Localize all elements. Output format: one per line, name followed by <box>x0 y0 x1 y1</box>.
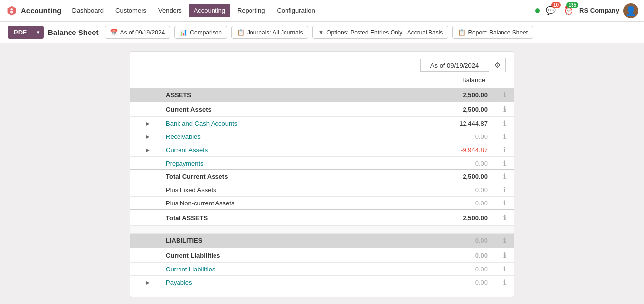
current-assets-group-header: Current Assets 2,500.00 ℹ <box>130 102 514 117</box>
total-current-assets-label: Total Current Assets <box>158 170 374 183</box>
total-assets-row: Total ASSETS 2,500.00 ℹ <box>130 210 514 226</box>
plus-fixed-assets-label: Plus Fixed Assets <box>158 183 374 197</box>
report-filter-button[interactable]: 📋 Report: Balance Sheet <box>452 26 533 39</box>
total-current-assets-amount: 2,500.00 <box>374 170 496 183</box>
current-liabilities-group-info-icon[interactable]: ℹ <box>496 248 514 263</box>
current-liabilities-group-amount: 0.00 <box>374 248 496 263</box>
current-assets-amount: 2,500.00 <box>374 102 496 117</box>
messages-count: 10 <box>551 2 561 8</box>
payables-row: ▶ Payables 0.00 ℹ <box>130 276 514 289</box>
date-filter-button[interactable]: 📅 As of 09/19/2024 <box>105 26 171 39</box>
receivables-info-icon[interactable]: ℹ <box>496 130 514 143</box>
user-avatar[interactable]: 👤 <box>623 3 638 18</box>
nav-customers[interactable]: Customers <box>110 4 151 17</box>
current-assets-item-info-icon[interactable]: ℹ <box>496 143 514 157</box>
total-current-assets-info-icon[interactable]: ℹ <box>496 170 514 183</box>
spacer-row <box>130 226 514 234</box>
page-title: Balance Sheet <box>48 28 99 36</box>
report-settings-button[interactable]: ⚙ <box>489 58 506 72</box>
total-assets-label: Total ASSETS <box>158 210 374 226</box>
nav-reporting[interactable]: Reporting <box>232 4 270 17</box>
dropdown-arrow-icon: ▾ <box>37 29 40 35</box>
total-current-assets-row: Total Current Assets 2,500.00 ℹ <box>130 170 514 183</box>
current-assets-info-icon[interactable]: ℹ <box>496 102 514 117</box>
current-liabilities-item-label[interactable]: Current Liabilities <box>158 263 374 276</box>
nav-configuration[interactable]: Configuration <box>272 4 320 17</box>
current-assets-item-label[interactable]: Current Assets <box>158 143 374 157</box>
total-assets-info-icon[interactable]: ℹ <box>496 210 514 226</box>
receivables-amount: 0.00 <box>374 130 496 143</box>
prepayments-amount: 0.00 <box>374 157 496 170</box>
brand-label: Accounting <box>21 6 62 15</box>
assets-info-icon[interactable]: ℹ <box>496 88 514 102</box>
payables-amount: 0.00 <box>374 276 496 289</box>
payables-expand[interactable]: ▶ <box>130 276 158 289</box>
liabilities-section-header: LIABILITIES 0.00 ℹ <box>130 234 514 248</box>
prepayments-row: Prepayments 0.00 ℹ <box>130 157 514 170</box>
date-filter-label: As of 09/19/2024 <box>120 29 165 36</box>
plus-non-current-assets-info-icon[interactable]: ℹ <box>496 197 514 210</box>
options-filter-button[interactable]: ▼ Options: Posted Entries Only , Accrual… <box>312 26 448 39</box>
pdf-button-group: PDF ▾ <box>8 26 44 39</box>
bank-cash-amount: 12,444.87 <box>374 117 496 130</box>
report-scroll-area[interactable]: As of 09/19/2024 ⚙ Balance ASSETS 2,500.… <box>0 43 644 300</box>
current-assets-label: Current Assets <box>158 102 374 117</box>
comparison-filter-label: Comparison <box>190 29 222 36</box>
report-date-cell: As of 09/19/2024 <box>420 59 489 72</box>
report-container: As of 09/19/2024 ⚙ Balance ASSETS 2,500.… <box>130 51 514 297</box>
current-liabilities-group-header: Current Liabilities 0.00 ℹ <box>130 248 514 263</box>
bank-cash-label[interactable]: Bank and Cash Accounts <box>158 117 374 130</box>
odoo-logo-icon <box>6 5 18 17</box>
plus-fixed-assets-row: Plus Fixed Assets 0.00 ℹ <box>130 183 514 197</box>
pdf-button[interactable]: PDF <box>8 26 33 39</box>
bank-cash-info-icon[interactable]: ℹ <box>496 117 514 130</box>
current-liabilities-item-amount: 0.00 <box>374 263 496 276</box>
plus-non-current-assets-label: Plus Non-current Assets <box>158 197 374 210</box>
bank-cash-expand[interactable]: ▶ <box>130 117 158 130</box>
plus-non-current-assets-amount: 0.00 <box>374 197 496 210</box>
plus-non-current-assets-row: Plus Non-current Assets 0.00 ℹ <box>130 197 514 210</box>
comparison-filter-button[interactable]: 📊 Comparison <box>174 26 227 39</box>
report-toolbar: PDF ▾ Balance Sheet 📅 As of 09/19/2024 📊… <box>0 22 644 43</box>
liabilities-label: LIABILITIES <box>158 234 374 248</box>
liabilities-info-icon[interactable]: ℹ <box>496 234 514 248</box>
report-icon: 📋 <box>458 29 465 36</box>
main-wrapper: As of 09/19/2024 ⚙ Balance ASSETS 2,500.… <box>0 43 644 300</box>
payables-label[interactable]: Payables <box>158 276 374 289</box>
filter-icon: ▼ <box>318 29 324 36</box>
nav-accounting[interactable]: Accounting <box>189 4 230 17</box>
app-brand[interactable]: Accounting <box>6 5 62 17</box>
receivables-row: ▶ Receivables 0.00 ℹ <box>130 130 514 143</box>
receivables-expand[interactable]: ▶ <box>130 130 158 143</box>
current-assets-item-expand[interactable]: ▶ <box>130 143 158 157</box>
top-navigation: Accounting Dashboard Customers Vendors A… <box>0 0 644 22</box>
activities-count: 135 <box>566 2 578 8</box>
options-filter-label: Options: Posted Entries Only , Accrual B… <box>326 29 443 36</box>
receivables-label[interactable]: Receivables <box>158 130 374 143</box>
activities-badge[interactable]: ⏰ 135 <box>562 4 575 18</box>
current-assets-item-row: ▶ Current Assets -9,944.87 ℹ <box>130 143 514 157</box>
total-assets-amount: 2,500.00 <box>374 210 496 226</box>
nav-vendors[interactable]: Vendors <box>153 4 187 17</box>
prepayments-info-icon[interactable]: ℹ <box>496 157 514 170</box>
journals-filter-button[interactable]: 📋 Journals: All Journals <box>231 26 308 39</box>
nav-dashboard[interactable]: Dashboard <box>68 4 109 17</box>
chart-icon: 📊 <box>179 29 187 36</box>
pdf-dropdown-button[interactable]: ▾ <box>33 26 44 39</box>
payables-info-icon[interactable]: ℹ <box>496 276 514 289</box>
calendar-icon: 📅 <box>110 29 118 36</box>
balance-label-row: Balance <box>130 74 514 88</box>
current-liabilities-item-info-icon[interactable]: ℹ <box>496 263 514 276</box>
report-filter-label: Report: Balance Sheet <box>468 29 528 36</box>
journals-icon: 📋 <box>237 29 245 36</box>
report-header-row: As of 09/19/2024 ⚙ <box>130 52 514 74</box>
assets-expand-col <box>130 88 158 102</box>
assets-label: ASSETS <box>158 88 374 102</box>
plus-fixed-assets-info-icon[interactable]: ℹ <box>496 183 514 197</box>
messages-badge[interactable]: 💬 10 <box>544 4 558 18</box>
prepayments-label[interactable]: Prepayments <box>158 157 374 170</box>
svg-point-0 <box>10 10 13 13</box>
assets-section-header: ASSETS 2,500.00 ℹ <box>130 88 514 102</box>
bank-cash-row: ▶ Bank and Cash Accounts 12,444.87 ℹ <box>130 117 514 130</box>
company-name[interactable]: RS Company <box>579 7 619 14</box>
